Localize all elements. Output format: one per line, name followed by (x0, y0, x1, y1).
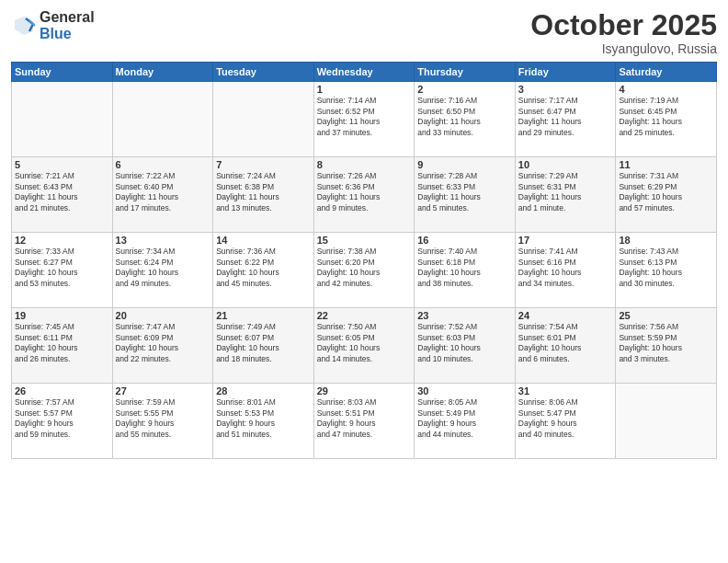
logo-text: General Blue (40, 9, 95, 41)
day-info: Sunrise: 7:17 AM Sunset: 6:47 PM Dayligh… (518, 96, 613, 138)
calendar-cell: 19Sunrise: 7:45 AM Sunset: 6:11 PM Dayli… (12, 308, 113, 384)
calendar-cell: 7Sunrise: 7:24 AM Sunset: 6:38 PM Daylig… (213, 157, 314, 233)
calendar-cell: 11Sunrise: 7:31 AM Sunset: 6:29 PM Dayli… (616, 157, 717, 233)
calendar-cell: 3Sunrise: 7:17 AM Sunset: 6:47 PM Daylig… (515, 82, 616, 157)
day-number: 6 (116, 159, 210, 170)
page-container: General Blue October 2025 Isyangulovo, R… (0, 0, 728, 563)
day-info: Sunrise: 7:52 AM Sunset: 6:03 PM Dayligh… (417, 322, 512, 364)
day-number: 27 (116, 385, 210, 396)
day-number: 20 (116, 310, 210, 321)
day-number: 31 (518, 385, 613, 396)
calendar-cell: 16Sunrise: 7:40 AM Sunset: 6:18 PM Dayli… (415, 233, 516, 308)
calendar-cell: 8Sunrise: 7:26 AM Sunset: 6:36 PM Daylig… (313, 157, 415, 233)
calendar-cell: 21Sunrise: 7:49 AM Sunset: 6:07 PM Dayli… (213, 308, 314, 384)
day-number: 30 (417, 385, 512, 396)
weekday-header-friday: Friday (515, 63, 616, 82)
day-number: 19 (15, 310, 109, 321)
calendar-row-3: 19Sunrise: 7:45 AM Sunset: 6:11 PM Dayli… (12, 308, 717, 384)
calendar-cell: 5Sunrise: 7:21 AM Sunset: 6:43 PM Daylig… (12, 157, 113, 233)
day-number: 25 (619, 310, 713, 321)
day-number: 9 (417, 159, 512, 170)
day-number: 13 (116, 235, 210, 246)
day-number: 14 (216, 235, 311, 246)
day-info: Sunrise: 7:54 AM Sunset: 6:01 PM Dayligh… (518, 322, 613, 364)
day-info: Sunrise: 7:33 AM Sunset: 6:27 PM Dayligh… (15, 247, 109, 289)
day-number: 4 (619, 84, 713, 95)
day-number: 18 (619, 235, 713, 246)
day-info: Sunrise: 7:57 AM Sunset: 5:57 PM Dayligh… (15, 397, 109, 440)
day-number: 15 (317, 235, 412, 246)
day-number: 21 (216, 310, 311, 321)
logo-general-text: General (40, 9, 95, 26)
calendar-cell: 10Sunrise: 7:29 AM Sunset: 6:31 PM Dayli… (515, 157, 616, 233)
calendar-cell: 29Sunrise: 8:03 AM Sunset: 5:51 PM Dayli… (313, 384, 415, 459)
calendar-cell: 31Sunrise: 8:06 AM Sunset: 5:47 PM Dayli… (515, 384, 616, 459)
day-number: 2 (417, 84, 512, 95)
day-info: Sunrise: 7:28 AM Sunset: 6:33 PM Dayligh… (417, 171, 512, 213)
calendar-cell: 25Sunrise: 7:56 AM Sunset: 5:59 PM Dayli… (616, 308, 717, 384)
calendar-cell: 13Sunrise: 7:34 AM Sunset: 6:24 PM Dayli… (112, 233, 213, 308)
day-number: 29 (317, 385, 412, 396)
day-info: Sunrise: 7:50 AM Sunset: 6:05 PM Dayligh… (317, 322, 412, 364)
day-number: 23 (417, 310, 512, 321)
day-info: Sunrise: 7:40 AM Sunset: 6:18 PM Dayligh… (417, 247, 512, 289)
calendar-cell (12, 82, 113, 157)
calendar-cell: 22Sunrise: 7:50 AM Sunset: 6:05 PM Dayli… (313, 308, 415, 384)
day-info: Sunrise: 7:26 AM Sunset: 6:36 PM Dayligh… (317, 171, 412, 213)
calendar-cell (213, 82, 314, 157)
calendar-row-4: 26Sunrise: 7:57 AM Sunset: 5:57 PM Dayli… (12, 384, 717, 459)
weekday-header-sunday: Sunday (12, 63, 113, 82)
day-info: Sunrise: 7:24 AM Sunset: 6:38 PM Dayligh… (216, 171, 311, 213)
day-info: Sunrise: 8:05 AM Sunset: 5:49 PM Dayligh… (417, 397, 512, 440)
day-info: Sunrise: 7:41 AM Sunset: 6:16 PM Dayligh… (518, 247, 613, 289)
day-info: Sunrise: 8:06 AM Sunset: 5:47 PM Dayligh… (518, 397, 613, 440)
day-number: 8 (317, 159, 412, 170)
calendar-row-1: 5Sunrise: 7:21 AM Sunset: 6:43 PM Daylig… (12, 157, 717, 233)
calendar-cell: 18Sunrise: 7:43 AM Sunset: 6:13 PM Dayli… (616, 233, 717, 308)
month-title: October 2025 (530, 9, 717, 41)
calendar-cell: 15Sunrise: 7:38 AM Sunset: 6:20 PM Dayli… (313, 233, 415, 308)
day-info: Sunrise: 7:47 AM Sunset: 6:09 PM Dayligh… (116, 322, 210, 364)
day-info: Sunrise: 7:21 AM Sunset: 6:43 PM Dayligh… (15, 171, 109, 213)
day-info: Sunrise: 7:49 AM Sunset: 6:07 PM Dayligh… (216, 322, 311, 364)
day-info: Sunrise: 7:19 AM Sunset: 6:45 PM Dayligh… (619, 96, 713, 138)
logo-blue-text: Blue (40, 26, 95, 42)
day-info: Sunrise: 7:45 AM Sunset: 6:11 PM Dayligh… (15, 322, 109, 364)
weekday-header-wednesday: Wednesday (313, 63, 415, 82)
calendar-cell: 12Sunrise: 7:33 AM Sunset: 6:27 PM Dayli… (12, 233, 113, 308)
day-number: 22 (317, 310, 412, 321)
calendar-cell: 26Sunrise: 7:57 AM Sunset: 5:57 PM Dayli… (12, 384, 113, 459)
day-number: 28 (216, 385, 311, 396)
day-info: Sunrise: 7:31 AM Sunset: 6:29 PM Dayligh… (619, 171, 713, 213)
day-number: 10 (518, 159, 613, 170)
calendar-cell: 2Sunrise: 7:16 AM Sunset: 6:50 PM Daylig… (415, 82, 516, 157)
day-info: Sunrise: 8:03 AM Sunset: 5:51 PM Dayligh… (317, 397, 412, 440)
calendar-cell: 20Sunrise: 7:47 AM Sunset: 6:09 PM Dayli… (112, 308, 213, 384)
calendar-cell: 4Sunrise: 7:19 AM Sunset: 6:45 PM Daylig… (616, 82, 717, 157)
logo-icon (11, 13, 37, 39)
calendar-row-0: 1Sunrise: 7:14 AM Sunset: 6:52 PM Daylig… (12, 82, 717, 157)
calendar-cell (112, 82, 213, 157)
weekday-header-row: SundayMondayTuesdayWednesdayThursdayFrid… (12, 63, 717, 82)
day-info: Sunrise: 8:01 AM Sunset: 5:53 PM Dayligh… (216, 397, 311, 440)
day-info: Sunrise: 7:22 AM Sunset: 6:40 PM Dayligh… (116, 171, 210, 213)
day-info: Sunrise: 7:36 AM Sunset: 6:22 PM Dayligh… (216, 247, 311, 289)
day-number: 1 (317, 84, 412, 95)
day-number: 16 (417, 235, 512, 246)
weekday-header-monday: Monday (112, 63, 213, 82)
title-area: October 2025 Isyangulovo, Russia (530, 9, 717, 56)
calendar-cell: 24Sunrise: 7:54 AM Sunset: 6:01 PM Dayli… (515, 308, 616, 384)
calendar-cell: 17Sunrise: 7:41 AM Sunset: 6:16 PM Dayli… (515, 233, 616, 308)
day-number: 26 (15, 385, 109, 396)
weekday-header-saturday: Saturday (616, 63, 717, 82)
day-info: Sunrise: 7:38 AM Sunset: 6:20 PM Dayligh… (317, 247, 412, 289)
day-number: 12 (15, 235, 109, 246)
calendar-cell (616, 384, 717, 459)
calendar-cell: 14Sunrise: 7:36 AM Sunset: 6:22 PM Dayli… (213, 233, 314, 308)
calendar-cell: 30Sunrise: 8:05 AM Sunset: 5:49 PM Dayli… (415, 384, 516, 459)
calendar-cell: 23Sunrise: 7:52 AM Sunset: 6:03 PM Dayli… (415, 308, 516, 384)
calendar-table: SundayMondayTuesdayWednesdayThursdayFrid… (11, 62, 717, 459)
day-info: Sunrise: 7:59 AM Sunset: 5:55 PM Dayligh… (116, 397, 210, 440)
day-number: 3 (518, 84, 613, 95)
calendar-cell: 6Sunrise: 7:22 AM Sunset: 6:40 PM Daylig… (112, 157, 213, 233)
